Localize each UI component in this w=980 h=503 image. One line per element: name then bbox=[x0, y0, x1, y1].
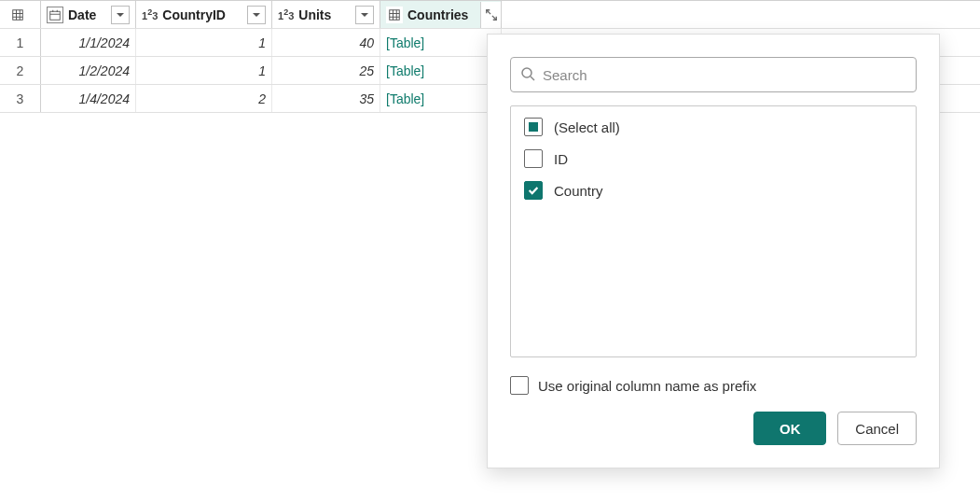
cell-countries[interactable]: [Table] bbox=[380, 85, 502, 112]
column-option-id[interactable]: ID bbox=[524, 149, 903, 168]
ok-button[interactable]: OK bbox=[753, 412, 826, 445]
number-type-icon: 123 bbox=[278, 7, 294, 21]
row-number[interactable]: 1 bbox=[0, 29, 41, 56]
column-header-date[interactable]: Date bbox=[41, 1, 136, 28]
checkbox-unchecked-icon bbox=[524, 149, 543, 168]
cell-date[interactable]: 1/4/2024 bbox=[41, 85, 136, 112]
column-header-label: Date bbox=[68, 7, 107, 22]
option-label: (Select all) bbox=[554, 119, 620, 135]
column-header-countries[interactable]: Countries bbox=[380, 1, 502, 28]
select-all-option[interactable]: (Select all) bbox=[524, 118, 903, 136]
row-number[interactable]: 3 bbox=[0, 85, 41, 112]
cell-countries[interactable]: [Table] bbox=[380, 57, 502, 84]
table-icon bbox=[9, 7, 26, 23]
prefix-label: Use original column name as prefix bbox=[538, 378, 756, 394]
table-icon bbox=[386, 7, 403, 23]
option-label: Country bbox=[554, 183, 603, 199]
svg-rect-9 bbox=[390, 9, 400, 20]
checkbox-unchecked-icon bbox=[510, 376, 529, 395]
svg-rect-0 bbox=[13, 9, 23, 20]
svg-rect-5 bbox=[50, 11, 61, 20]
columns-option-list: (Select all) ID Country bbox=[510, 105, 917, 357]
grid-header-row: Date 123 CountryID 123 Units Countries bbox=[0, 1, 980, 29]
row-header-corner[interactable] bbox=[0, 1, 41, 28]
column-header-label: CountryID bbox=[162, 7, 243, 22]
column-header-countryid[interactable]: 123 CountryID bbox=[136, 1, 272, 28]
number-type-icon: 123 bbox=[142, 7, 158, 21]
cell-date[interactable]: 1/2/2024 bbox=[41, 57, 136, 84]
column-header-label: Countries bbox=[407, 7, 480, 22]
cancel-button[interactable]: Cancel bbox=[837, 412, 917, 445]
checkbox-indeterminate-icon bbox=[524, 118, 543, 136]
cell-units[interactable]: 40 bbox=[272, 29, 380, 56]
cell-countryid[interactable]: 1 bbox=[136, 29, 272, 56]
cell-countries[interactable]: [Table] bbox=[380, 29, 502, 56]
column-header-units[interactable]: 123 Units bbox=[272, 1, 380, 28]
search-input[interactable] bbox=[543, 67, 906, 83]
svg-line-15 bbox=[531, 77, 534, 80]
filter-button-countryid[interactable] bbox=[247, 6, 266, 24]
cell-date[interactable]: 1/1/2024 bbox=[41, 29, 136, 56]
calendar-icon bbox=[47, 7, 63, 23]
svg-point-14 bbox=[522, 68, 531, 77]
filter-button-units[interactable] bbox=[355, 6, 374, 24]
row-number[interactable]: 2 bbox=[0, 57, 41, 84]
cell-units[interactable]: 35 bbox=[272, 85, 380, 112]
search-box bbox=[510, 57, 917, 92]
checkbox-checked-icon bbox=[524, 181, 543, 200]
column-option-country[interactable]: Country bbox=[524, 181, 903, 200]
expand-columns-popup: (Select all) ID Country Use original col… bbox=[487, 34, 940, 468]
cell-countryid[interactable]: 2 bbox=[136, 85, 272, 112]
search-icon bbox=[520, 66, 535, 84]
cell-units[interactable]: 25 bbox=[272, 57, 380, 84]
dialog-button-row: OK Cancel bbox=[510, 412, 917, 445]
expand-button-countries[interactable] bbox=[480, 2, 501, 28]
cell-countryid[interactable]: 1 bbox=[136, 57, 272, 84]
option-label: ID bbox=[554, 151, 568, 167]
prefix-option[interactable]: Use original column name as prefix bbox=[510, 376, 917, 395]
column-header-label: Units bbox=[298, 7, 352, 22]
filter-button-date[interactable] bbox=[111, 6, 130, 24]
